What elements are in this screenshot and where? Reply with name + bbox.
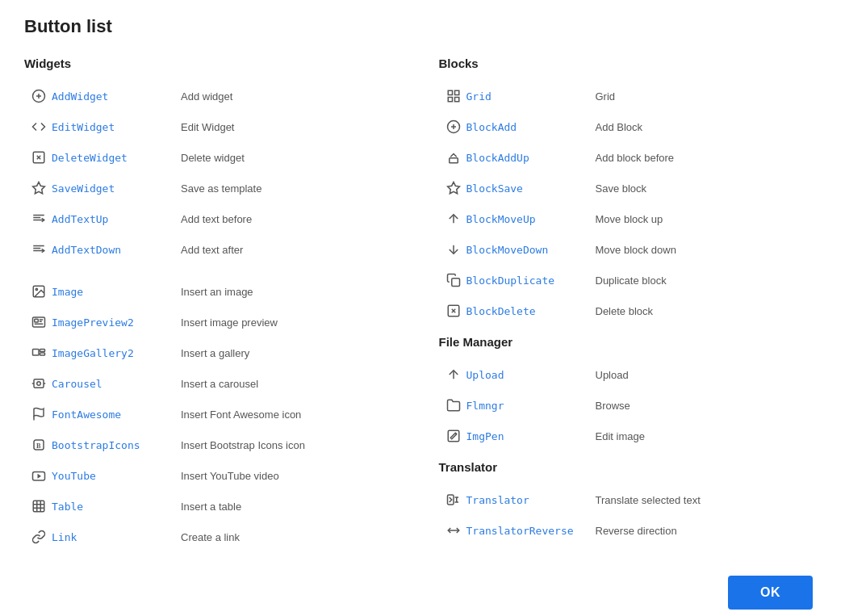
block-desc: Move block up: [596, 213, 663, 225]
svg-rect-39: [448, 98, 452, 102]
svg-rect-32: [33, 501, 44, 512]
block-desc: Add Block: [596, 121, 643, 133]
list-item: Carousel Insert a carousel: [24, 369, 407, 398]
svg-point-26: [37, 382, 41, 386]
widget-desc: Insert YouTube video: [181, 470, 279, 482]
upload-icon: [441, 363, 466, 386]
svg-text:B: B: [36, 442, 41, 450]
svg-rect-23: [34, 379, 44, 388]
translator-name[interactable]: TranslatorReverse: [466, 525, 596, 537]
widget-desc: Add widget: [181, 90, 232, 103]
table-icon: [26, 495, 52, 518]
svg-marker-45: [447, 182, 459, 194]
list-item: SaveWidget Save as template: [24, 174, 407, 203]
svg-point-14: [36, 288, 37, 290]
widget-desc: Insert image preview: [181, 316, 278, 329]
block-name[interactable]: BlockDelete: [466, 305, 596, 317]
svg-marker-6: [33, 182, 45, 194]
translator-desc: Translate selected text: [596, 494, 701, 506]
ok-button[interactable]: OK: [728, 576, 813, 610]
widget-name[interactable]: FontAwesome: [52, 409, 181, 421]
svg-rect-21: [40, 350, 45, 352]
widget-name[interactable]: Link: [52, 531, 181, 543]
fm-desc: Browse: [596, 400, 630, 412]
list-item: BlockMoveDown Move block down: [439, 235, 822, 264]
widget-name[interactable]: Image: [52, 286, 181, 298]
list-item: B BootstrapIcons Insert Bootstrap Icons …: [24, 430, 407, 459]
list-item: Upload Upload: [439, 360, 822, 389]
list-item: EditWidget Edit Widget: [24, 112, 407, 141]
block-desc: Add block before: [596, 152, 675, 164]
bootstrap-icon: B: [26, 434, 52, 456]
block-name[interactable]: Grid: [466, 90, 596, 103]
list-item: BlockDelete Delete block: [439, 296, 822, 325]
list-item: Image Insert an image: [24, 277, 407, 306]
widget-desc: Insert a carousel: [181, 378, 258, 390]
main-layout: Widgets AddWidget Add widget EditWidget …: [24, 57, 821, 551]
fm-name[interactable]: Flmngr: [466, 400, 596, 412]
list-item: AddWidget Add widget: [24, 82, 407, 111]
widgets-list: AddWidget Add widget EditWidget Edit Wid…: [24, 82, 407, 551]
widget-name[interactable]: YouTube: [52, 470, 181, 482]
widget-name[interactable]: DeleteWidget: [52, 152, 181, 164]
youtube-icon: [26, 464, 52, 487]
widget-name[interactable]: ImagePreview2: [52, 316, 181, 329]
widget-name[interactable]: AddWidget: [52, 90, 181, 103]
list-item: ImagePreview2 Insert image preview: [24, 308, 407, 337]
widget-name[interactable]: AddTextDown: [52, 244, 181, 256]
list-item: ImageGallery2 Insert a gallery: [24, 338, 407, 367]
widget-name[interactable]: AddTextUp: [52, 213, 181, 225]
widget-name[interactable]: ImageGallery2: [52, 347, 181, 359]
x-square-icon: [26, 146, 52, 169]
svg-line-54: [455, 433, 457, 434]
translator-title: Translator: [439, 460, 822, 474]
widget-desc: Insert a gallery: [181, 347, 249, 359]
block-name[interactable]: BlockAdd: [466, 121, 596, 133]
widget-name[interactable]: SaveWidget: [52, 182, 181, 195]
widget-desc: Insert Bootstrap Icons icon: [181, 439, 305, 451]
spacer: [439, 450, 822, 460]
page-title: Button list: [24, 16, 821, 37]
filemanager-list: Upload Upload Flmngr Browse ImgPen Edit …: [439, 360, 822, 450]
carousel-icon: [26, 372, 52, 395]
block-name[interactable]: BlockMoveUp: [466, 213, 596, 225]
widget-name[interactable]: Table: [52, 501, 181, 513]
widget-desc: Insert Font Awesome icon: [181, 409, 301, 421]
block-name[interactable]: BlockMoveDown: [466, 244, 596, 256]
translator-desc: Reverse direction: [596, 525, 677, 537]
star-icon: [26, 177, 52, 199]
blocks-list: Grid Grid BlockAdd Add Block BlockAddUp …: [439, 82, 822, 325]
ok-button-row: OK: [24, 576, 821, 610]
translator-list: Translator Translate selected text Trans…: [439, 485, 822, 545]
svg-rect-38: [454, 90, 458, 94]
image-icon: [26, 280, 52, 303]
right-column: Blocks Grid Grid BlockAdd Add Block: [439, 57, 822, 551]
block-name[interactable]: BlockAddUp: [466, 152, 596, 164]
block-name[interactable]: BlockDuplicate: [466, 274, 596, 287]
widget-name[interactable]: BootstrapIcons: [52, 439, 181, 451]
image-preview-icon: [26, 311, 52, 333]
list-item: AddTextUp Add text before: [24, 204, 407, 233]
widget-desc: Insert an image: [181, 286, 253, 298]
list-item: Table Insert a table: [24, 492, 407, 521]
svg-rect-48: [451, 279, 459, 287]
widget-name[interactable]: EditWidget: [52, 121, 181, 133]
widgets-column: Widgets AddWidget Add widget EditWidget …: [24, 57, 407, 551]
translator-name[interactable]: Translator: [466, 494, 596, 506]
list-item: BlockAdd Add Block: [439, 112, 822, 141]
grid-icon: [441, 85, 466, 107]
svg-rect-16: [35, 319, 39, 322]
widget-name[interactable]: Carousel: [52, 378, 181, 390]
gallery-icon: [26, 342, 52, 364]
block-desc: Duplicate block: [596, 274, 667, 287]
svg-rect-40: [454, 98, 458, 102]
fm-name[interactable]: Upload: [466, 369, 596, 381]
link-icon: [26, 526, 52, 548]
arrow-down-icon: [441, 238, 466, 261]
block-name[interactable]: BlockSave: [466, 182, 596, 195]
fm-name[interactable]: ImgPen: [466, 430, 596, 442]
widget-desc: Create a link: [181, 531, 240, 543]
spacer: [439, 325, 822, 335]
duplicate-icon: [441, 269, 466, 291]
flag-icon: [26, 403, 52, 425]
